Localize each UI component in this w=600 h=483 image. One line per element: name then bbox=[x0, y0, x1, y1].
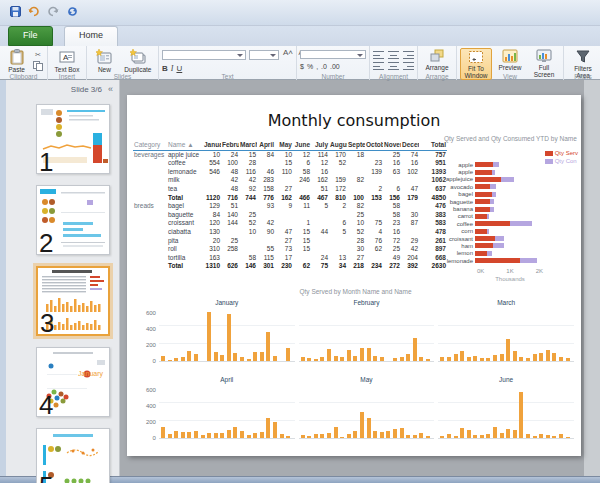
bar[interactable] bbox=[486, 434, 490, 438]
bar[interactable] bbox=[367, 418, 371, 438]
bar[interactable] bbox=[307, 358, 311, 361]
slide-thumbnail-2[interactable]: 2 bbox=[36, 185, 110, 255]
bar[interactable] bbox=[247, 435, 251, 438]
comma-format-icon[interactable]: , bbox=[316, 63, 318, 70]
collapse-panel-icon[interactable]: « bbox=[108, 84, 113, 94]
bar[interactable] bbox=[519, 392, 523, 438]
bar-segment[interactable] bbox=[475, 229, 487, 234]
bar[interactable] bbox=[373, 356, 377, 361]
bar[interactable] bbox=[353, 431, 357, 438]
bar[interactable] bbox=[220, 355, 224, 361]
bar[interactable] bbox=[220, 433, 224, 438]
bar[interactable] bbox=[240, 357, 244, 361]
bar[interactable] bbox=[353, 356, 357, 361]
text-box-button[interactable]: A Text Box bbox=[51, 48, 83, 73]
bar[interactable] bbox=[327, 433, 331, 438]
slide-thumbnail-3-selected[interactable]: 3 bbox=[36, 266, 110, 336]
bar[interactable] bbox=[513, 351, 517, 361]
bar-segment[interactable] bbox=[501, 177, 514, 182]
bar[interactable] bbox=[174, 358, 178, 361]
bar[interactable] bbox=[187, 432, 191, 438]
slide-thumbnail-5[interactable]: 5 bbox=[36, 428, 110, 483]
bar[interactable] bbox=[327, 349, 331, 361]
font-family-select[interactable] bbox=[162, 50, 246, 60]
bar[interactable] bbox=[500, 433, 504, 438]
currency-format-icon[interactable]: $ bbox=[300, 63, 304, 70]
bar[interactable] bbox=[473, 356, 477, 361]
bar[interactable] bbox=[506, 429, 510, 438]
column-header[interactable]: Total bbox=[419, 141, 447, 150]
bar[interactable] bbox=[467, 357, 471, 361]
bar[interactable] bbox=[480, 358, 484, 361]
bar-segment[interactable] bbox=[475, 251, 487, 256]
bar-segment[interactable] bbox=[487, 251, 492, 256]
bar-segment[interactable] bbox=[475, 221, 510, 226]
bar-segment[interactable] bbox=[493, 243, 504, 248]
bar[interactable] bbox=[280, 434, 284, 438]
bar[interactable] bbox=[493, 427, 497, 438]
save-icon[interactable] bbox=[8, 4, 22, 18]
bar[interactable] bbox=[513, 430, 517, 438]
consumption-table[interactable]: CategoryName ▲JanuaryFebruaryMarchAprilM… bbox=[133, 141, 447, 271]
bar[interactable] bbox=[253, 433, 257, 438]
bar-segment[interactable] bbox=[475, 243, 493, 248]
bold-button[interactable]: B bbox=[162, 64, 168, 73]
bar[interactable] bbox=[260, 432, 264, 438]
bar[interactable] bbox=[214, 433, 218, 438]
bar[interactable] bbox=[380, 357, 384, 361]
align-bottom-icon[interactable] bbox=[403, 51, 414, 59]
bar[interactable] bbox=[559, 357, 563, 361]
number-format-select[interactable] bbox=[300, 50, 366, 59]
bar[interactable] bbox=[334, 427, 338, 438]
bar[interactable] bbox=[480, 435, 484, 438]
bar[interactable] bbox=[519, 357, 523, 361]
bar[interactable] bbox=[447, 357, 451, 361]
bar[interactable] bbox=[181, 357, 185, 361]
bar[interactable] bbox=[347, 434, 351, 438]
bar[interactable] bbox=[380, 432, 384, 438]
align-right-icon[interactable] bbox=[403, 62, 414, 70]
bar[interactable] bbox=[419, 357, 423, 361]
bar[interactable] bbox=[194, 431, 198, 438]
bar[interactable] bbox=[413, 338, 417, 361]
bar-segment[interactable] bbox=[475, 177, 501, 182]
duplicate-slide-button[interactable]: Duplicate bbox=[121, 48, 155, 73]
bar[interactable] bbox=[314, 434, 318, 438]
bar[interactable] bbox=[286, 348, 290, 361]
bar[interactable] bbox=[168, 360, 172, 361]
column-header[interactable]: July bbox=[311, 141, 329, 150]
bar[interactable] bbox=[559, 434, 563, 438]
bar[interactable] bbox=[539, 434, 543, 438]
bar[interactable] bbox=[347, 350, 351, 361]
align-center-icon[interactable] bbox=[388, 62, 399, 70]
preview-button[interactable]: Preview bbox=[494, 48, 526, 71]
bar[interactable] bbox=[486, 358, 490, 361]
bar[interactable] bbox=[233, 427, 237, 438]
bar[interactable] bbox=[301, 357, 305, 361]
bar-segment[interactable] bbox=[475, 207, 490, 212]
bar[interactable] bbox=[266, 332, 270, 361]
bar[interactable] bbox=[546, 350, 550, 361]
bar[interactable] bbox=[286, 436, 290, 438]
bar[interactable] bbox=[247, 359, 251, 361]
bar[interactable] bbox=[161, 356, 165, 361]
grow-font-icon[interactable]: A˄ bbox=[282, 48, 294, 57]
bar[interactable] bbox=[367, 348, 371, 361]
bar-segment[interactable] bbox=[475, 184, 490, 189]
column-header[interactable]: November bbox=[383, 141, 401, 150]
bar[interactable] bbox=[233, 353, 237, 361]
bar[interactable] bbox=[566, 358, 570, 361]
bar-segment[interactable] bbox=[492, 192, 497, 197]
tray-chart[interactable]: Qty Served and Qty Consumed YTD by Name … bbox=[444, 135, 578, 285]
slide-canvas[interactable]: Monthly consumption CategoryName ▲Januar… bbox=[127, 95, 581, 456]
bar-segment[interactable] bbox=[475, 214, 487, 219]
bar-segment[interactable] bbox=[493, 162, 499, 167]
column-header[interactable]: February bbox=[221, 141, 239, 150]
bar[interactable] bbox=[227, 430, 231, 438]
bar[interactable] bbox=[454, 436, 458, 438]
bar[interactable] bbox=[426, 436, 430, 438]
bar[interactable] bbox=[546, 435, 550, 438]
bar[interactable] bbox=[174, 431, 178, 438]
bar[interactable] bbox=[273, 422, 277, 438]
refresh-icon[interactable] bbox=[65, 4, 79, 18]
